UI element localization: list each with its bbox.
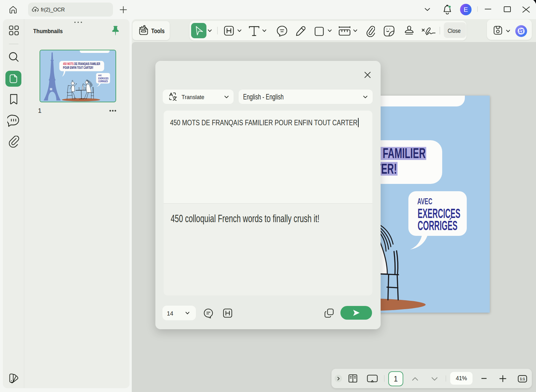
svg-text:POUR ENFIN TOUT CARTER!: POUR ENFIN TOUT CARTER! (63, 66, 93, 69)
svg-text:AVEC: AVEC (417, 197, 432, 206)
svg-text:AVEC: AVEC (98, 74, 102, 76)
svg-text:1:1: 1:1 (520, 377, 525, 381)
svg-text:CORRIGÉS: CORRIGÉS (98, 79, 108, 83)
svg-text:450 MOTS DE FRANQAIS FAMILIER: 450 MOTS DE FRANQAIS FAMILIER (63, 62, 100, 66)
svg-text:CORRIGÉS: CORRIGÉS (418, 218, 458, 233)
